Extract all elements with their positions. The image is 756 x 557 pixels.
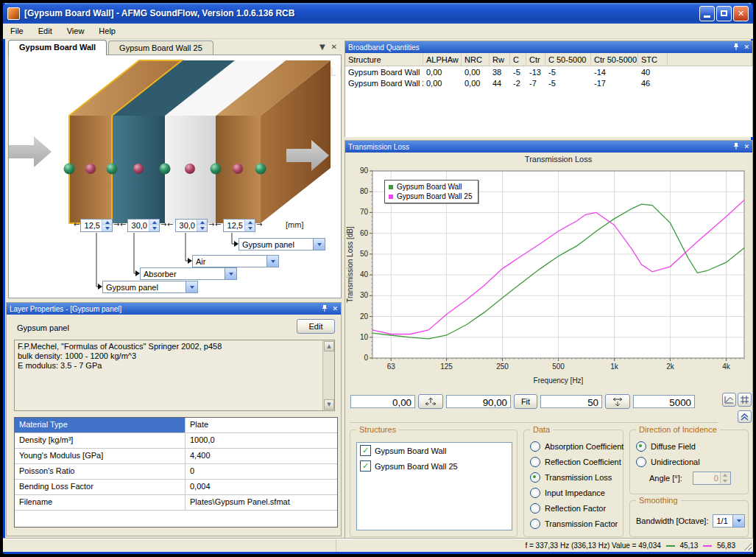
pin-icon[interactable] [322,305,328,313]
tab-gypsum-board-wall[interactable]: Gypsum Board Wall [8,40,107,55]
angle-label: Angle [°]: [649,474,682,483]
close-panel-icon[interactable]: ✕ [743,143,749,150]
legend-item: Gypsum Board Wall [389,182,472,192]
series1-value: 45,13 [679,542,698,550]
broadband-row[interactable]: Gypsum Board Wall 250,00 0,0044 -2-7 -5-… [345,77,752,88]
table-row[interactable]: Density [kg/m³] 1000,0 [15,433,337,449]
broadband-row[interactable]: Gypsum Board Wall0,00 0,0038 -5-13 -5-14… [345,66,752,77]
dropdown-arrow-icon[interactable] [313,239,325,250]
scroll-down-icon[interactable]: ▼ [324,399,334,410]
layer4-material-dropdown[interactable]: Gypsum panel [239,238,325,251]
radio-icon[interactable] [636,457,646,467]
layer3-material-dropdown[interactable]: Air [192,255,279,267]
y-axis-swap-button[interactable] [418,394,443,409]
thickness-spinner-1[interactable]: 12,5 [80,219,113,232]
radio-unidirectional[interactable]: Unidirectional [636,456,745,467]
radio-selected-icon[interactable] [530,472,540,483]
y-max-input[interactable] [446,395,511,408]
groupbox-label: Data [530,425,553,434]
x-min-input[interactable] [540,395,602,408]
transmission-loss-header[interactable]: Transmission Loss ✕ [345,141,752,153]
x-axis-swap-button[interactable] [605,394,630,409]
scroll-up-icon[interactable]: ▲ [324,341,334,351]
title-bar[interactable]: [Gypsum Board Wall] - AFMG SoundFlow, Ve… [3,3,753,24]
spinner-arrows[interactable] [720,472,730,484]
tab-gypsum-board-wall-25[interactable]: Gypsum Board Wall 25 [108,41,213,55]
radio-transmission-loss[interactable]: Transmission Loss [530,472,621,483]
checkbox-checked-icon[interactable]: ✓ [360,445,371,456]
table-row[interactable]: Bending Loss Factor 0,004 [15,480,337,495]
sound-entry-arrow-icon [9,136,52,167]
layer-properties-header[interactable]: Layer Properties - [Gypsum panel] ✕ [7,303,341,315]
menu-view[interactable]: View [60,25,92,37]
radio-diffuse-field[interactable]: Diffuse Field [636,441,745,452]
divider [350,422,718,423]
radio-icon[interactable] [530,441,540,452]
thickness-spinner-3[interactable]: 30,0 [175,219,208,232]
radio-reflection-factor[interactable]: Reflection Factor [530,502,621,514]
spinner-arrows[interactable] [149,220,159,231]
radio-selected-icon[interactable] [636,441,646,452]
material-description[interactable]: F.P.Mechel, "Formulas of Acoustics" Spri… [14,340,335,411]
dropdown-arrow-icon[interactable] [732,515,744,527]
crosshair-grid-button[interactable] [738,393,752,407]
y-min-input[interactable] [350,395,415,408]
dropdown-arrow-icon[interactable] [225,268,236,279]
table-row[interactable]: Poisson's Ratio 0 [15,464,337,480]
pin-icon[interactable] [733,43,739,52]
angle-spinner[interactable]: 0 [693,472,731,485]
maximize-button[interactable] [716,6,732,21]
close-panel-icon[interactable]: ✕ [743,43,749,51]
checkbox-checked-icon[interactable]: ✓ [360,460,371,472]
close-button[interactable]: ✕ [733,6,749,21]
description-scrollbar[interactable]: ▲ ▼ [322,340,334,410]
svg-text:60: 60 [360,229,369,237]
radio-input-impedance[interactable]: Input Impedance [530,487,621,498]
spinner-arrows[interactable] [197,220,207,231]
close-icon: ✕ [738,9,744,18]
menu-file[interactable]: File [3,25,31,37]
structure-checkbox-row[interactable]: ✓ Gypsum Board Wall 25 [360,460,509,472]
radio-icon[interactable] [530,457,540,467]
radio-icon[interactable] [530,503,540,514]
table-row[interactable]: Young's Modulus [GPa] 4,400 [15,449,337,464]
dropdown-arrow-icon[interactable] [186,281,197,292]
thickness-spinner-4[interactable]: 12,5 [223,219,255,232]
tab-list-dropdown-icon[interactable]: ▼ [319,43,325,51]
x-max-input[interactable] [633,395,695,408]
thickness-spinner-2[interactable]: 30,0 [127,219,160,232]
edit-button[interactable]: Edit [297,319,335,334]
table-row[interactable]: Filename Plates\Gypsum Panel.sfmat [15,495,337,511]
structures-listbox[interactable]: ✓ Gypsum Board Wall ✓ Gypsum Board Wall … [356,442,512,530]
svg-text:2k: 2k [666,362,675,371]
bandwidth-label: Bandwidth [Octave]: [636,516,708,525]
radio-transmission-factor[interactable]: Transmission Factor [530,518,621,529]
chart-area[interactable]: 0102030405060708090631252505001k2k4kTran… [346,153,752,389]
svg-text:4k: 4k [722,362,731,371]
close-panel-icon[interactable]: ✕ [332,305,338,312]
layer2-material-dropdown[interactable]: Absorber [140,267,237,280]
radio-reflection-coefficient[interactable]: Reflection Coefficient [530,456,621,467]
description-line: bulk density: 1000 - 1200 kg/m^3 [18,351,331,361]
broadband-header[interactable]: Broadband Quantities ✕ [345,41,752,53]
dropdown-arrow-icon[interactable] [266,256,278,267]
spinner-arrows[interactable] [102,220,112,231]
bandwidth-dropdown[interactable]: 1/1 [713,514,745,528]
spinner-arrows[interactable] [244,220,255,231]
collapse-panel-button[interactable] [738,410,752,423]
radio-icon[interactable] [530,488,540,498]
plot-style-button[interactable] [722,393,736,407]
radio-absorption-coefficient[interactable]: Absorption Coefficient [530,441,621,452]
menu-edit[interactable]: Edit [31,25,60,37]
table-row[interactable]: Material Type Plate [15,418,337,433]
broadband-column-headers[interactable]: StructureALPHAw NRCRw CCtr C 50-5000Ctr … [345,53,752,66]
menu-help[interactable]: Help [91,25,123,37]
layer1-material-dropdown[interactable]: Gypsum panel [102,281,198,293]
radio-icon[interactable] [530,519,540,529]
groupbox-label: Smoothing [636,496,681,505]
structure-checkbox-row[interactable]: ✓ Gypsum Board Wall [360,445,509,456]
pin-icon[interactable] [733,143,739,151]
tab-close-icon[interactable]: ✕ [331,43,337,51]
fit-button[interactable]: Fit [514,394,537,409]
minimize-button[interactable] [699,6,715,21]
